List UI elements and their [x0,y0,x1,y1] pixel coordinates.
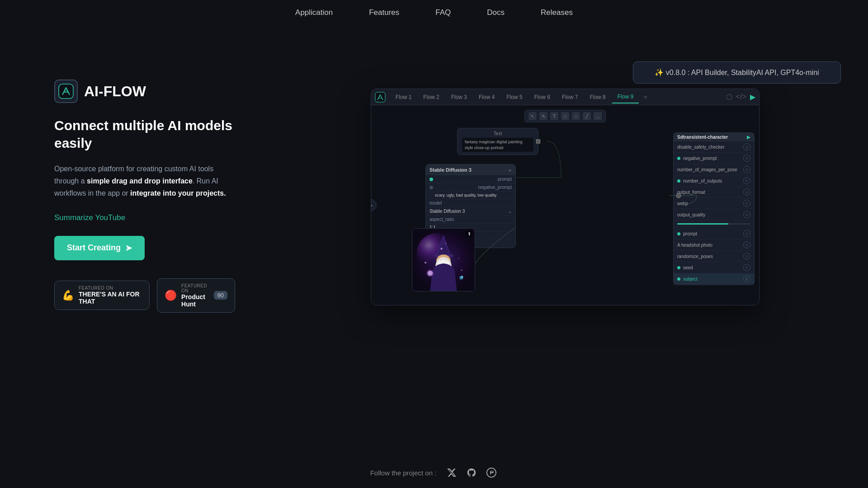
ai-badge-text: FEATURED ON THERE'S AN AI FOR THAT [79,286,142,305]
seed2-btn[interactable]: ○ [743,264,750,271]
nav-application[interactable]: Application [295,8,333,17]
announcement-area: ✨ v0.8.0 : API Builder, StabilityAI API,… [633,61,841,84]
sd-row-modelval: Stable Diffusion 3 ⌄ [426,207,515,215]
toolbar-more[interactable]: … [594,112,602,120]
tab-flow8[interactable]: Flow 8 [584,91,611,103]
tab-flow4[interactable]: Flow 4 [473,91,500,103]
sd-row-model: model [426,199,515,207]
tab-flow3[interactable]: Flow 3 [446,91,472,103]
right-panel: ✨ v0.8.0 : API Builder, StabilityAI API,… [262,25,868,486]
follow-text: Follow the project on : [370,469,437,477]
params-node: Sdtransistent-character ▶ disable_safety… [673,132,755,285]
logo-icon [54,80,78,103]
svg-text:✧: ✧ [457,257,460,261]
toolbar-circle[interactable]: ○ [572,112,580,120]
model-value: Stable Diffusion 3 [429,209,465,214]
start-btn-label: Start Creating [67,243,121,253]
tab-flow9[interactable]: Flow 9 [612,91,639,103]
play-icon[interactable]: ▶ [750,93,755,101]
sd-row-negprompt: negative_prompt [426,183,515,191]
text-node: Text fantasy magician digital painting s… [457,128,538,155]
tab-flow7[interactable]: Flow 7 [557,91,583,103]
svg-text:★: ★ [440,247,443,251]
headshot-btn[interactable]: ○ [743,241,750,249]
prompt2-btn[interactable]: ○ [743,230,750,237]
safety-btn[interactable]: ○ [743,143,750,150]
wizard-image: ★ ✦ [412,229,475,291]
tab-flow2[interactable]: Flow 2 [418,91,444,103]
nav-faq[interactable]: FAQ [435,8,451,17]
subject-btn[interactable]: ○ [743,275,750,282]
numoutputs-btn[interactable]: ○ [743,177,750,184]
prompt2-dot [677,232,680,235]
svg-point-20 [461,276,463,277]
svg-text:✦: ✦ [444,242,447,245]
tab-flow1[interactable]: Flow 1 [390,91,417,103]
seed2-dot [677,266,680,269]
quality-slider[interactable] [677,223,750,225]
param-negprompt: negative_prompt ○ [674,153,754,164]
model-caret[interactable]: ⌄ [508,209,512,214]
announcement-banner[interactable]: ✨ v0.8.0 : API Builder, StabilityAI API,… [633,61,841,84]
ai-badge[interactable]: 💪 FEATURED ON THERE'S AN AI FOR THAT [54,281,150,310]
footer-social [445,466,498,479]
code-icon[interactable]: </> [736,93,746,101]
param-safety: disable_safety_checker ○ [674,141,754,153]
app-content: ▶ ↖ ✎ T □ ○ ╱ … Text fantasy magici [371,105,759,305]
ph-count: 90 [214,291,227,300]
svg-point-15 [428,271,433,276]
ai-badge-icon: 💪 [62,290,74,301]
logo-text: AI-FLOW [84,83,146,100]
param-numoutputs: number_of_outputs ○ [674,175,754,187]
app-screenshot: Flow 1 Flow 2 Flow 3 Flow 4 Flow 5 Flow … [371,89,760,305]
expand-button[interactable]: ▶ [371,199,377,211]
svg-text:✦: ✦ [424,260,427,265]
sd-expand-icon[interactable]: ⌄ [508,167,512,173]
toolbar-line[interactable]: ╱ [583,112,591,120]
negprompt-label: negative_prompt [478,185,512,190]
negprompt-param-btn[interactable]: ○ [743,155,750,162]
ai-featured-label: FEATURED ON [79,286,142,291]
prompt-dot [429,178,433,181]
tab-controls: ⬡ </> ▶ [726,93,755,101]
outputformat-btn[interactable]: ○ [743,188,750,196]
share-icon[interactable]: ⬡ [726,93,732,101]
github-icon[interactable] [465,466,478,479]
ai-badge-name: THERE'S AN AI FOR THAT [79,291,142,305]
model-label: model [429,201,442,206]
toolbar-pencil[interactable]: ✎ [539,112,547,120]
toolbar-rect[interactable]: □ [561,112,569,120]
sd-node-title: Stable Diffusion 3 [429,167,472,173]
webp-btn[interactable]: ○ [743,200,750,207]
toolbar-cursor[interactable]: ↖ [528,112,537,120]
ph-badge-name: Product Hunt [181,293,209,308]
sd-node-header: Stable Diffusion 3 ⌄ [426,164,515,175]
tab-flow6[interactable]: Flow 6 [529,91,556,103]
svg-text:★: ★ [460,269,462,272]
twitter-icon[interactable] [445,466,458,479]
badges-row: 💪 FEATURED ON THERE'S AN AI FOR THAT 🔴 F… [54,278,235,313]
toolbar-text[interactable]: T [550,112,558,120]
start-creating-button[interactable]: Start Creating ➤ [54,236,145,260]
nav-releases[interactable]: Releases [541,8,573,17]
negprompt-dot [429,186,433,189]
summarize-link[interactable]: Summarize YouTube [54,213,235,222]
nav-docs[interactable]: Docs [487,8,505,17]
numimages-btn[interactable]: ○ [743,166,750,173]
hero-tagline: Connect multiple AI models easily [54,117,235,152]
subject-dot [677,277,680,281]
params-expand[interactable]: ▶ [747,135,750,140]
randomize-btn[interactable]: ○ [743,253,750,260]
tab-flow5[interactable]: Flow 5 [501,91,528,103]
quality-btn[interactable]: ○ [743,211,750,218]
logo-row: AI-FLOW [54,80,235,103]
tab-add-button[interactable]: + [640,93,651,101]
producthunt-footer-icon[interactable] [485,466,498,479]
param-outputformat: output_format ○ [674,187,754,198]
canvas-area: ▶ ↖ ✎ T □ ○ ╱ … Text fantasy magici [371,105,759,305]
param-quality: output_quality ○ [674,209,754,221]
canvas-toolbar: ↖ ✎ T □ ○ ╱ … [524,110,606,122]
nav-features[interactable]: Features [369,8,399,17]
ph-badge[interactable]: 🔴 FEATURED ON Product Hunt 90 [157,278,235,313]
param-prompt2: prompt ○ [674,228,754,239]
